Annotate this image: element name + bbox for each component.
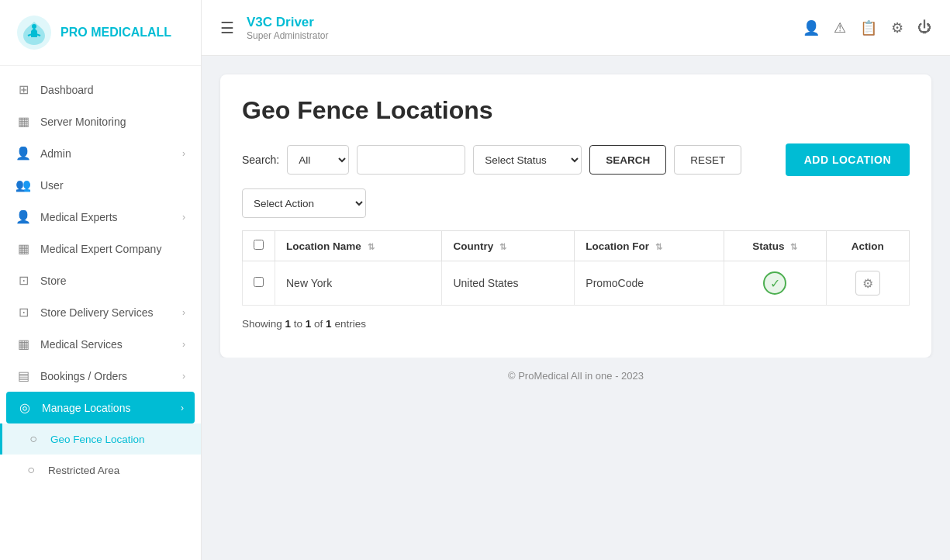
header-subtitle: Super Administrator	[247, 30, 790, 41]
sidebar-item-label: Medical Services	[40, 338, 173, 351]
sidebar-item-restricted-area[interactable]: ○ Restricted Area	[0, 455, 201, 486]
sidebar-navigation: ⊞ Dashboard ▦ Server Monitoring 👤 Admin …	[0, 66, 201, 560]
sort-icon: ⇅	[655, 242, 662, 251]
manage-locations-icon: ◎	[17, 400, 33, 415]
sidebar-item-label: Medical Experts	[40, 211, 173, 223]
sidebar-item-label: Manage Locations	[42, 402, 171, 414]
row-checkbox[interactable]	[254, 277, 264, 287]
search-all-select[interactable]: All	[287, 145, 349, 175]
sidebar-logo: PRO MEDICALALL	[0, 0, 201, 66]
sidebar-item-label: Store Delivery Services	[40, 306, 173, 319]
settings-icon[interactable]: ⚙	[891, 19, 903, 36]
header: ☰ V3C Driver Super Administrator 👤 ⚠ 📋 ⚙…	[202, 0, 950, 56]
header-title-block: V3C Driver Super Administrator	[247, 15, 790, 41]
search-label: Search:	[242, 154, 279, 166]
sidebar-item-label: Restricted Area	[48, 465, 185, 476]
footer-text: © ProMedical All in one - 2023	[508, 370, 644, 382]
store-delivery-icon: ⊡	[16, 305, 31, 320]
status-active-icon: ✓	[763, 271, 786, 295]
col-header-status: Status ⇅	[724, 231, 827, 261]
sidebar-item-label: Dashboard	[40, 84, 185, 96]
sort-icon: ⇅	[499, 242, 506, 251]
header-title: V3C Driver	[247, 15, 790, 30]
sidebar-item-label: Server Monitoring	[40, 116, 185, 128]
row-check-cell	[243, 261, 275, 306]
data-table: Location Name ⇅ Country ⇅ Location For ⇅	[242, 230, 910, 306]
sidebar-item-user[interactable]: 👥 User	[0, 169, 201, 201]
power-icon[interactable]: ⏻	[917, 19, 931, 36]
action-select[interactable]: Select Action Delete Selected	[242, 188, 366, 218]
chevron-right-icon: ›	[182, 371, 185, 382]
geo-fence-icon: ○	[26, 432, 41, 446]
menu-toggle-icon[interactable]: ☰	[220, 19, 234, 37]
chevron-right-icon: ›	[182, 212, 185, 223]
main-area: ☰ V3C Driver Super Administrator 👤 ⚠ 📋 ⚙…	[202, 0, 950, 560]
header-icons: 👤 ⚠ 📋 ⚙ ⏻	[803, 19, 931, 36]
chevron-right-icon: ›	[182, 307, 185, 318]
sidebar-item-label: Store	[40, 275, 185, 287]
server-monitoring-icon: ▦	[16, 114, 31, 129]
row-action-cell: ⚙	[826, 261, 909, 306]
dashboard-icon: ⊞	[16, 82, 31, 97]
col-header-location-for: Location For ⇅	[575, 231, 724, 261]
row-location-for: PromoCode	[575, 261, 724, 306]
pagination-info: Showing 1 to 1 of 1 entries	[242, 318, 910, 330]
bookings-icon: ▤	[16, 368, 31, 383]
action-bar: Select Action Delete Selected	[242, 188, 910, 218]
sidebar-item-medical-expert-company[interactable]: ▦ Medical Expert Company	[0, 233, 201, 264]
add-location-button[interactable]: ADD LOCATION	[786, 143, 910, 176]
sidebar-item-label: Medical Expert Company	[40, 243, 185, 255]
sidebar-item-medical-experts[interactable]: 👤 Medical Experts ›	[0, 201, 201, 233]
sidebar-item-server-monitoring[interactable]: ▦ Server Monitoring	[0, 105, 201, 137]
col-header-action: Action	[826, 231, 909, 261]
content-area: Geo Fence Locations Search: All Select S…	[202, 56, 950, 560]
search-bar: Search: All Select Status Active Inactiv…	[242, 143, 910, 176]
logo-icon	[16, 14, 53, 51]
chevron-right-icon: ›	[181, 403, 184, 413]
sidebar-item-manage-locations[interactable]: ◎ Manage Locations ›	[6, 392, 195, 423]
user-icon: 👥	[16, 178, 31, 192]
sidebar-item-medical-services[interactable]: ▦ Medical Services ›	[0, 328, 201, 360]
sidebar: PRO MEDICALALL ⊞ Dashboard ▦ Server Moni…	[0, 0, 202, 560]
sort-icon: ⇅	[368, 242, 375, 251]
sidebar-item-geo-fence-location[interactable]: ○ Geo Fence Location	[0, 423, 201, 455]
col-header-check	[243, 231, 275, 261]
table-row: New York United States PromoCode ✓ ⚙	[243, 261, 910, 306]
user-profile-icon[interactable]: 👤	[803, 19, 820, 36]
page-title: Geo Fence Locations	[242, 96, 910, 125]
content-card: Geo Fence Locations Search: All Select S…	[220, 74, 931, 358]
select-all-checkbox[interactable]	[254, 240, 264, 250]
medical-expert-company-icon: ▦	[16, 241, 31, 256]
sort-icon: ⇅	[790, 242, 797, 251]
footer: © ProMedical All in one - 2023	[220, 358, 931, 394]
sidebar-item-bookings-orders[interactable]: ▤ Bookings / Orders ›	[0, 360, 201, 392]
search-status-select[interactable]: Select Status Active Inactive	[473, 145, 582, 175]
notes-icon[interactable]: 📋	[860, 19, 877, 36]
search-button[interactable]: SEARCH	[589, 145, 666, 175]
sidebar-item-admin[interactable]: 👤 Admin ›	[0, 137, 201, 169]
reset-button[interactable]: RESET	[674, 145, 741, 175]
brand-name: PRO MEDICALALL	[60, 26, 171, 40]
sidebar-item-label: User	[40, 179, 185, 192]
row-country: United States	[442, 261, 575, 306]
sidebar-item-label: Admin	[40, 147, 173, 160]
chevron-right-icon: ›	[182, 148, 185, 159]
sidebar-item-label: Geo Fence Location	[50, 434, 185, 445]
sidebar-item-store[interactable]: ⊡ Store	[0, 264, 201, 296]
restricted-area-icon: ○	[23, 463, 39, 477]
col-header-country: Country ⇅	[442, 231, 575, 261]
admin-icon: 👤	[16, 146, 31, 161]
medical-experts-icon: 👤	[16, 209, 31, 224]
col-header-location-name: Location Name ⇅	[275, 231, 442, 261]
medical-services-icon: ▦	[16, 337, 31, 351]
store-icon: ⊡	[16, 273, 31, 288]
row-location-name: New York	[275, 261, 442, 306]
sidebar-item-dashboard[interactable]: ⊞ Dashboard	[0, 74, 201, 105]
svg-point-1	[32, 24, 36, 29]
action-gear-button[interactable]: ⚙	[855, 271, 880, 296]
sidebar-item-store-delivery-services[interactable]: ⊡ Store Delivery Services ›	[0, 296, 201, 328]
search-text-input[interactable]	[357, 145, 465, 175]
sidebar-item-label: Bookings / Orders	[40, 370, 173, 382]
row-status-cell: ✓	[724, 261, 827, 306]
alert-icon[interactable]: ⚠	[834, 19, 846, 36]
